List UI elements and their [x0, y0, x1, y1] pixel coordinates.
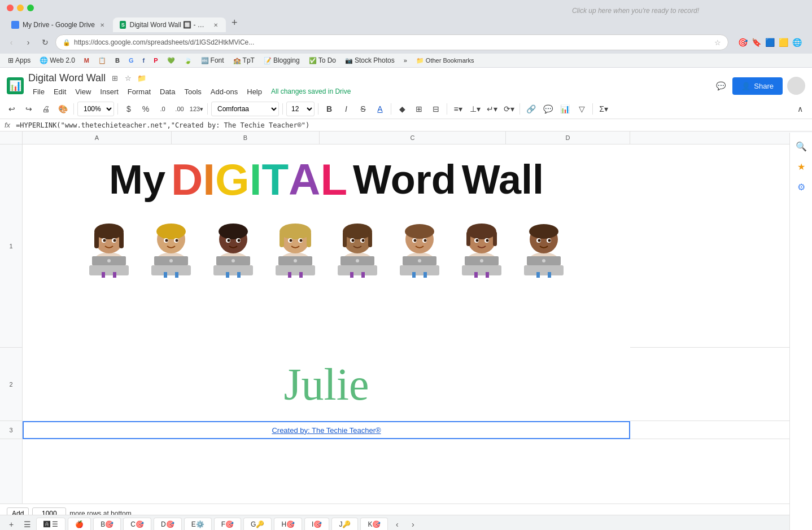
bookmark-apps[interactable]: ⊞ Apps: [5, 55, 34, 65]
row-num-2[interactable]: 2: [0, 348, 22, 421]
fill-color-button[interactable]: ◆: [395, 102, 409, 116]
align-button[interactable]: ≡▾: [451, 102, 465, 116]
sidebar-explore-icon[interactable]: 🔍: [792, 137, 810, 155]
sheet-tab-a[interactable]: 🅰 ☰: [36, 518, 66, 530]
tab-sheets[interactable]: S Digital Word Wall 🔲 - Google ... ✕: [113, 17, 226, 32]
paint-format-button[interactable]: 🎨: [55, 102, 70, 116]
maximize-button[interactable]: [27, 5, 34, 11]
ext-icon-5[interactable]: 🌐: [791, 36, 803, 49]
ext-icon-3[interactable]: 🟦: [763, 36, 776, 49]
forward-button[interactable]: ›: [21, 36, 35, 49]
menu-format[interactable]: Format: [123, 85, 155, 98]
bookmark-blogging[interactable]: 📝 Blogging: [260, 55, 303, 65]
print-button[interactable]: 🖨: [38, 102, 53, 116]
user-avatar[interactable]: [787, 77, 805, 95]
valign-button[interactable]: ⊥▾: [468, 102, 482, 116]
bold-button[interactable]: B: [322, 102, 337, 116]
sheet-tab-apple[interactable]: 🍎: [68, 518, 91, 530]
bookmark-web20[interactable]: 🌐 Web 2.0: [36, 55, 78, 65]
bookmark-pinterest[interactable]: P: [150, 56, 161, 65]
add-sheet-button[interactable]: +: [5, 518, 18, 531]
next-sheet-button[interactable]: ›: [406, 518, 420, 531]
bookmark-tpt[interactable]: 🏫 TpT: [230, 55, 258, 65]
sheet-tab-e[interactable]: E⚙️: [184, 518, 212, 530]
undo-button[interactable]: ↩: [5, 102, 19, 116]
minimize-button[interactable]: [17, 5, 24, 11]
bookmark-todo[interactable]: ✅ To Do: [305, 55, 339, 65]
menu-tools[interactable]: Tools: [180, 85, 206, 98]
reload-button[interactable]: ↻: [38, 36, 52, 49]
borders-button[interactable]: ⊞: [412, 102, 426, 116]
bookmark-other[interactable]: 📁 Other Bookmarks: [413, 56, 478, 65]
menu-view[interactable]: View: [71, 85, 95, 98]
sheet-tab-g[interactable]: G🔑: [243, 518, 272, 530]
sheet-tab-d[interactable]: D🎯: [154, 518, 182, 530]
address-field[interactable]: 🔒 https://docs.google.com/spreadsheets/d…: [55, 34, 728, 50]
bookmark-google-g[interactable]: G: [125, 56, 137, 65]
prev-sheet-button[interactable]: ‹: [390, 518, 404, 531]
menu-file[interactable]: File: [28, 85, 49, 98]
close-button[interactable]: [7, 5, 14, 11]
sheet-tab-i[interactable]: I🎯: [304, 518, 329, 530]
text-color-button[interactable]: A: [373, 102, 387, 116]
filter-button[interactable]: ▽: [574, 102, 589, 116]
bookmark-fb[interactable]: f: [139, 56, 149, 65]
tab-sheets-close[interactable]: ✕: [213, 21, 219, 29]
sheet-tab-h[interactable]: H🎯: [274, 518, 302, 530]
tab-drive[interactable]: My Drive - Google Drive ✕: [5, 17, 113, 32]
more-formats-button[interactable]: 123▾: [189, 102, 204, 116]
bookmark-gmail[interactable]: M: [81, 56, 93, 65]
menu-addons[interactable]: Add-ons: [206, 85, 242, 98]
link-button[interactable]: 🔗: [523, 102, 538, 116]
bookmark-font[interactable]: 🔤 Font: [198, 55, 228, 65]
strikethrough-button[interactable]: S: [356, 102, 370, 116]
ext-icon-4[interactable]: 🟨: [777, 36, 789, 49]
menu-data[interactable]: Data: [155, 85, 180, 98]
bookmark-bm[interactable]: 📋: [95, 56, 110, 65]
sheets-menu-button[interactable]: ☰: [20, 518, 34, 531]
sidebar-star-icon[interactable]: ★: [792, 157, 810, 176]
font-select[interactable]: Comfortaa: [211, 102, 279, 116]
ext-icon-2[interactable]: 🔖: [750, 36, 762, 49]
title-star-icon[interactable]: ☆: [123, 73, 134, 84]
sheet-tab-f[interactable]: F🎯: [214, 518, 241, 530]
menu-insert[interactable]: Insert: [95, 85, 123, 98]
title-folder-icon[interactable]: 📁: [136, 73, 147, 84]
link-cell[interactable]: Created by: The Techie Teacher®: [23, 421, 630, 439]
col-header-b[interactable]: B: [172, 132, 320, 144]
decimal-00-button[interactable]: .00: [172, 102, 187, 116]
sheet-tab-k[interactable]: K🎯: [360, 518, 388, 530]
menu-edit[interactable]: Edit: [49, 85, 71, 98]
row-num-3[interactable]: 3: [0, 421, 22, 439]
merge-button[interactable]: ⊟: [429, 102, 443, 116]
comment-cell-button[interactable]: 💬: [540, 102, 555, 116]
chart-button[interactable]: 📊: [557, 102, 572, 116]
currency-button[interactable]: $: [121, 102, 136, 116]
bookmark-b[interactable]: B: [112, 56, 123, 65]
bookmark-more[interactable]: »: [400, 56, 411, 65]
col-header-d[interactable]: D: [506, 132, 630, 144]
link-text[interactable]: Created by: The Techie Teacher®: [272, 426, 381, 435]
rotate-button[interactable]: ⟳▾: [501, 102, 516, 116]
percent-button[interactable]: %: [138, 102, 153, 116]
ext-icon-1[interactable]: 🎯: [736, 36, 749, 49]
bookmark-green[interactable]: 💚: [164, 56, 178, 65]
title-grid-icon[interactable]: ⊞: [109, 73, 120, 84]
bookmark-star-icon[interactable]: ☆: [714, 38, 721, 47]
hide-formula-bar[interactable]: ∧: [793, 102, 807, 116]
sheet-tab-j[interactable]: J🔑: [331, 518, 358, 530]
select-all-corner[interactable]: [0, 132, 23, 144]
tab-drive-close[interactable]: ✕: [98, 21, 106, 29]
italic-button[interactable]: I: [339, 102, 353, 116]
decimal-0-button[interactable]: .0: [155, 102, 170, 116]
menu-help[interactable]: Help: [242, 85, 267, 98]
font-size-select[interactable]: 12: [286, 102, 315, 116]
redo-button[interactable]: ↪: [21, 102, 36, 116]
comment-button[interactable]: 💬: [713, 78, 728, 93]
back-button[interactable]: ‹: [5, 36, 18, 49]
sheet-tab-c[interactable]: C🎯: [123, 518, 151, 530]
sidebar-settings-icon[interactable]: ⚙: [792, 178, 810, 196]
share-button[interactable]: 👤 Share: [732, 77, 783, 95]
col-header-c[interactable]: C: [320, 132, 506, 144]
new-tab-button[interactable]: +: [226, 14, 243, 32]
